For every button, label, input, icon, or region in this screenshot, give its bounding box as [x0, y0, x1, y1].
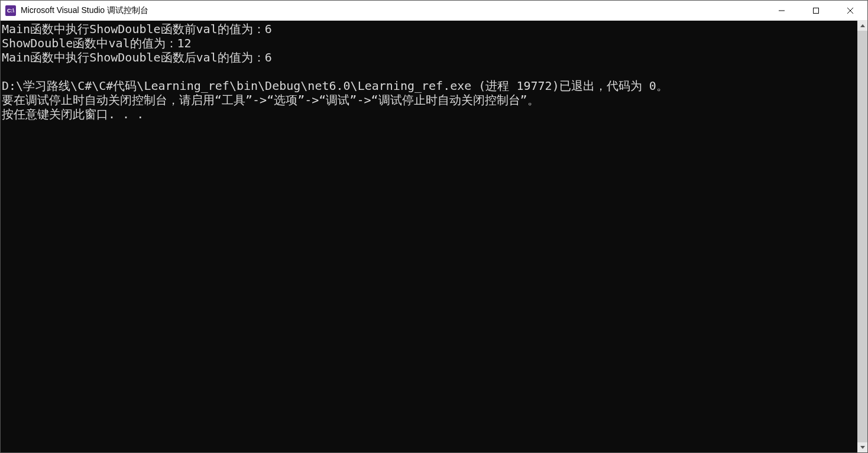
- console-line: D:\学习路线\C#\C#代码\Learning_ref\bin\Debug\n…: [2, 79, 668, 93]
- svg-rect-1: [814, 8, 819, 13]
- console-line: Main函数中执行ShowDouble函数前val的值为：6: [2, 22, 272, 36]
- chevron-down-icon: [860, 446, 865, 449]
- minimize-icon: [778, 7, 785, 14]
- close-icon: [847, 7, 854, 14]
- minimize-button[interactable]: [765, 1, 799, 20]
- console-line: 要在调试停止时自动关闭控制台，请启用“工具”->“选项”->“调试”->“调试停…: [2, 93, 539, 107]
- client-area: Main函数中执行ShowDouble函数前val的值为：6 ShowDoubl…: [1, 21, 867, 452]
- scroll-down-button[interactable]: [857, 442, 867, 452]
- scrollbar-thumb[interactable]: [857, 31, 867, 442]
- maximize-button[interactable]: [799, 1, 833, 20]
- app-icon-text: C:\: [7, 8, 14, 14]
- app-window: C:\ Microsoft Visual Studio 调试控制台 Main函数…: [0, 0, 868, 453]
- window-controls: [765, 1, 867, 20]
- scroll-up-button[interactable]: [857, 21, 867, 31]
- window-title: Microsoft Visual Studio 调试控制台: [21, 5, 148, 16]
- console-output[interactable]: Main函数中执行ShowDouble函数前val的值为：6 ShowDoubl…: [1, 21, 857, 452]
- maximize-icon: [812, 7, 820, 14]
- console-line: ShowDouble函数中val的值为：12: [2, 36, 192, 50]
- console-line: 按任意键关闭此窗口. . .: [2, 107, 144, 121]
- scrollbar-track[interactable]: [857, 31, 867, 442]
- close-button[interactable]: [833, 1, 867, 20]
- chevron-up-icon: [860, 24, 865, 27]
- vertical-scrollbar[interactable]: [857, 21, 867, 452]
- titlebar[interactable]: C:\ Microsoft Visual Studio 调试控制台: [1, 1, 867, 21]
- console-line: Main函数中执行ShowDouble函数后val的值为：6: [2, 50, 272, 64]
- app-icon: C:\: [5, 5, 16, 16]
